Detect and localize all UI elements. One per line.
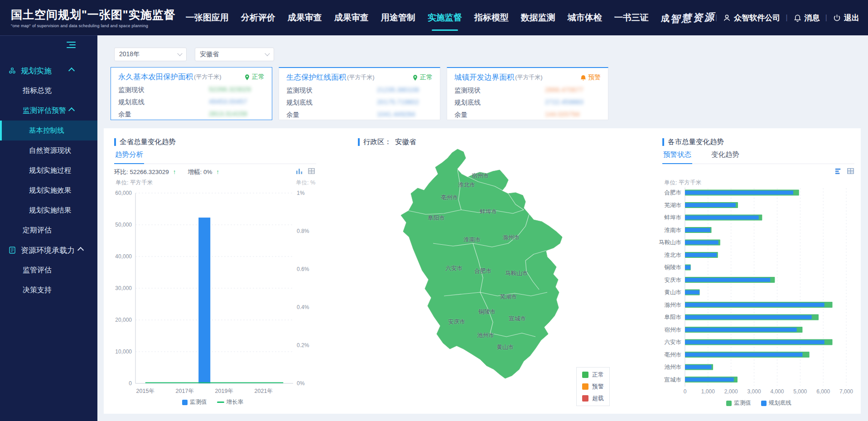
menu-toggle-icon[interactable] — [67, 40, 76, 50]
stat-card-2[interactable]: 生态保护红线面积(平方千米)正常监测现状21235.380108规划底线2017… — [279, 67, 440, 120]
legend-label: 规划底线 — [769, 399, 791, 407]
province-trend-chart[interactable]: 60,00050,00040,00030,00020,00010,00001%0… — [104, 185, 322, 395]
legend-item[interactable]: 规划底线 — [761, 399, 791, 407]
sidebar-item-label: 规划实施结果 — [29, 206, 71, 215]
card-row-label: 规划底线 — [118, 98, 145, 106]
bar-chart-icon[interactable] — [295, 167, 303, 175]
nav-item-3[interactable]: 成果审查 — [288, 0, 322, 35]
sidebar-item-label: 自然资源现状 — [29, 146, 71, 155]
legend-item[interactable]: 监测值 — [726, 399, 751, 407]
legend-item[interactable]: 增长率 — [217, 398, 244, 406]
svg-text:0: 0 — [129, 380, 132, 387]
nav-item-1[interactable]: 一张图应用 — [186, 0, 229, 35]
svg-text:4,000: 4,000 — [770, 388, 784, 395]
tab-trend-analysis[interactable]: 趋势分析 — [114, 150, 144, 164]
svg-text:3,000: 3,000 — [747, 388, 761, 395]
svg-text:马鞍山市: 马鞍山市 — [659, 239, 681, 246]
sidebar-item-label: 规划实施过程 — [29, 166, 71, 175]
stat-card-1[interactable]: 永久基本农田保护面积(平方千米)正常监测现状52266.323029规划底线49… — [111, 67, 272, 120]
modules-icon — [8, 67, 16, 75]
svg-text:7,000: 7,000 — [839, 388, 853, 395]
nav-item-5[interactable]: 用途管制 — [381, 0, 415, 35]
city-trend-chart[interactable]: 01,0002,0003,0004,0005,0006,0007,000合肥市芜… — [657, 185, 861, 397]
svg-text:5,000: 5,000 — [793, 388, 807, 395]
nav-item-7[interactable]: 指标模型 — [474, 0, 509, 35]
sidebar-item-4[interactable]: 基本控制线 — [0, 121, 97, 140]
card-row-value: 144.020794 — [545, 111, 580, 118]
svg-text:芜湖市: 芜湖市 — [665, 202, 682, 208]
nav-item-10[interactable]: 一书三证 — [614, 0, 649, 35]
table-icon[interactable] — [847, 167, 854, 175]
table-icon[interactable] — [308, 167, 315, 175]
card-row-label: 规划底线 — [454, 99, 481, 106]
card-unit: (平方千米) — [515, 73, 543, 82]
sidebar-item-3[interactable]: 监测评估预警 — [0, 101, 97, 121]
card-row-label: 监测现状 — [118, 86, 145, 93]
svg-text:10,000: 10,000 — [115, 348, 132, 355]
status-icon — [412, 74, 419, 81]
app-subtitle: "one map" of supervision and data schedu… — [11, 24, 176, 28]
handwriting-watermark: 智慧资源 — [669, 0, 716, 37]
sidebar-item-12[interactable]: 决策支持 — [0, 280, 97, 300]
card-row-label: 余量 — [454, 111, 468, 118]
svg-text:六安市: 六安市 — [665, 339, 682, 345]
sidebar-item-8[interactable]: 规划实施结果 — [0, 200, 97, 220]
status-label: 正常 — [252, 73, 265, 81]
map-legend: 正常预警超载 — [576, 367, 610, 406]
section-title-province-trend: 全省总量变化趋势 — [114, 137, 176, 147]
sidebar-item-2[interactable]: 指标总览 — [0, 81, 97, 101]
card-title: 生态保护红线面积 — [286, 73, 346, 82]
anhui-province-map[interactable] — [390, 146, 580, 382]
card-row: 余量144.020794 — [454, 111, 601, 119]
legend-marker — [217, 402, 224, 403]
bell-icon — [793, 14, 802, 22]
document-icon — [8, 246, 16, 254]
card-row: 规划底线2722.459883 — [454, 98, 601, 107]
nav-item-2[interactable]: 分析评价 — [241, 0, 275, 35]
section-title-city-trend: 各市总量变化趋势 — [662, 137, 724, 147]
nav-item-9[interactable]: 城市体检 — [568, 0, 602, 35]
legend-label: 预警 — [592, 382, 604, 391]
region-select[interactable]: 安徽省 — [195, 48, 274, 61]
map-legend-item: 正常 — [582, 371, 604, 379]
tab-change-trend[interactable]: 变化趋势 — [710, 150, 740, 164]
hbar-chart-icon[interactable] — [834, 167, 842, 175]
sidebar-item-label: 指标总览 — [23, 86, 52, 96]
legend-swatch — [582, 395, 588, 402]
logout-button[interactable]: 退出 — [833, 13, 859, 23]
year-select[interactable]: 2018年 — [114, 48, 187, 61]
svg-text:铜陵市: 铜陵市 — [664, 264, 682, 271]
sidebar-item-5[interactable]: 自然资源现状 — [0, 140, 97, 160]
nav-item-8[interactable]: 数据监测 — [521, 0, 555, 35]
nav-item-11[interactable]: 成智慧资源 — [661, 0, 715, 35]
stat-card-3[interactable]: 城镇开发边界面积(平方千米)预警监测现状2866.470677规划底线2722.… — [447, 67, 608, 120]
sidebar-item-10[interactable]: 资源环境承载力 — [0, 240, 97, 260]
sidebar-item-1[interactable]: 规划实施 — [0, 61, 97, 81]
sidebar-item-11[interactable]: 监管评估 — [0, 260, 97, 280]
legend-item[interactable]: 监测值 — [182, 398, 207, 406]
card-row: 余量2813.314159 — [118, 110, 265, 119]
tab-warning-status[interactable]: 预警状态 — [662, 150, 692, 164]
svg-text:6,000: 6,000 — [816, 388, 830, 395]
nav-item-4[interactable]: 成果审查 — [334, 0, 369, 35]
accent-bar — [114, 138, 116, 146]
sidebar-item-6[interactable]: 规划实施过程 — [0, 160, 97, 180]
trend-stats: 环比: 52266.323029 ↑ 增幅: 0% ↑ — [114, 168, 219, 176]
map-city-label: 宿州市 — [472, 172, 489, 180]
user-account[interactable]: 众智软件公司 — [723, 13, 780, 23]
legend-label: 监测值 — [734, 399, 751, 407]
chevron-down-icon — [177, 51, 182, 56]
nav-item-6[interactable]: 实施监督 — [428, 0, 462, 35]
sidebar-item-9[interactable]: 定期评估 — [0, 220, 97, 240]
sidebar: 规划实施指标总览监测评估预警基本控制线自然资源现状规划实施过程规划实施效果规划实… — [0, 35, 97, 421]
svg-text:合肥市: 合肥市 — [664, 189, 682, 196]
sidebar-item-7[interactable]: 规划实施效果 — [0, 180, 97, 200]
card-title: 城镇开发边界面积 — [454, 73, 514, 82]
status-badge: 正常 — [412, 73, 433, 82]
card-row-label: 规划底线 — [286, 99, 313, 106]
map-legend-item: 预警 — [582, 382, 604, 391]
divider: | — [825, 13, 827, 22]
year-select-value: 2018年 — [119, 50, 140, 58]
card-row: 监测现状52266.323029 — [118, 86, 265, 94]
messages-button[interactable]: 消息 — [793, 13, 820, 23]
